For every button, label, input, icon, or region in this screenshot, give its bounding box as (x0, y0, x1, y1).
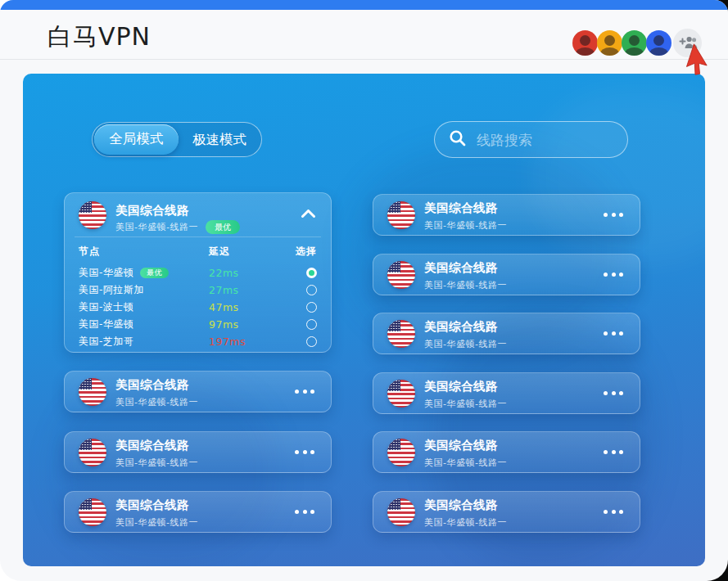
node-table-body: 美国-华盛顿 最优 22ms 美国-阿拉斯加 27ms (65, 260, 331, 350)
more-options-button[interactable] (604, 391, 623, 395)
node-name: 美国-阿拉斯加 (79, 283, 144, 297)
line-card[interactable]: 美国综合线路 美国-华盛顿-线路一 (373, 254, 640, 295)
line-card-expanded: 美国综合线路 美国-华盛顿-线路一 最优 节点 延迟 (64, 192, 332, 353)
vpn-panel: 全局模式 极速模式 美国综合线路 美国-华盛顿-线路一 最优 (23, 74, 705, 566)
card-subtitle: 美国-华盛顿-线路一 (115, 221, 198, 233)
card-subtitle: 美国-华盛顿-线路一 (424, 457, 507, 469)
best-badge: 最优 (206, 220, 240, 234)
card-title: 美国综合线路 (424, 379, 507, 394)
node-name: 美国-华盛顿 (79, 266, 133, 280)
avatar[interactable] (572, 30, 598, 56)
node-row[interactable]: 美国-阿拉斯加 27ms (65, 281, 331, 299)
avatar[interactable] (597, 30, 622, 56)
card-subtitle: 美国-华盛顿-线路一 (424, 219, 507, 232)
best-badge: 最优 (140, 268, 169, 279)
card-subtitle: 美国-华盛顿-线路一 (424, 398, 507, 410)
node-name: 美国-华盛顿 (79, 318, 133, 331)
node-name: 美国-波士顿 (79, 300, 133, 314)
more-options-button[interactable] (295, 390, 314, 394)
line-card[interactable]: 美国综合线路 美国-华盛顿-线路一 (373, 372, 640, 414)
more-options-button[interactable] (604, 450, 623, 454)
card-title: 美国综合线路 (424, 260, 507, 276)
node-radio[interactable] (306, 336, 317, 347)
tab-fast-mode[interactable]: 极速模式 (179, 123, 260, 156)
more-options-button[interactable] (604, 331, 623, 336)
us-flag-icon (387, 261, 415, 289)
col-node: 节点 (79, 245, 209, 259)
window-accent-bar (0, 0, 728, 10)
us-flag-icon (387, 201, 415, 229)
node-radio[interactable] (306, 285, 317, 295)
tab-global-mode[interactable]: 全局模式 (94, 124, 179, 155)
us-flag-icon (79, 439, 106, 466)
avatar-group (573, 29, 702, 57)
us-flag-icon (79, 498, 106, 526)
app-header: 白马VPN (0, 10, 728, 60)
card-subtitle: 美国-华盛顿-线路一 (115, 396, 198, 408)
node-row[interactable]: 美国-华盛顿 最优 22ms (65, 264, 331, 281)
line-card[interactable]: 美国综合线路 美国-华盛顿-线路一 (64, 491, 332, 533)
more-options-button[interactable] (604, 510, 623, 514)
us-flag-icon (387, 380, 415, 408)
line-card[interactable]: 美国综合线路 美国-华盛顿-线路一 (373, 313, 640, 354)
avatar[interactable] (646, 30, 671, 56)
card-title: 美国综合线路 (115, 498, 198, 513)
latency-value: 22ms (209, 267, 281, 279)
line-card[interactable]: 美国综合线路 美国-华盛顿-线路一 (373, 194, 640, 236)
card-subtitle: 美国-华盛顿-线路一 (115, 457, 198, 469)
card-title: 美国综合线路 (424, 200, 507, 216)
mouse-cursor-icon (685, 43, 727, 89)
mode-tabs: 全局模式 极速模式 (92, 122, 262, 157)
latency-value: 27ms (209, 284, 281, 296)
latency-value: 47ms (209, 301, 281, 313)
worldmap-highlight (533, 90, 705, 262)
avatar[interactable] (622, 30, 647, 56)
line-card[interactable]: 美国综合线路 美国-华盛顿-线路一 (64, 371, 332, 412)
more-options-button[interactable] (604, 272, 623, 277)
node-row[interactable]: 美国-波士顿 47ms (65, 299, 331, 316)
card-subtitle: 美国-华盛顿-线路一 (424, 279, 507, 291)
card-title: 美国综合线路 (424, 498, 507, 513)
search-input[interactable] (477, 132, 616, 148)
card-subtitle-row: 美国-华盛顿-线路一 最优 (115, 220, 240, 234)
us-flag-icon (387, 498, 415, 526)
app-window: 白马VPN (0, 0, 728, 581)
card-title: 美国综合线路 (115, 377, 198, 393)
node-row[interactable]: 美国-华盛顿 97ms (65, 316, 331, 333)
col-latency: 延迟 (209, 245, 281, 259)
card-title: 美国综合线路 (115, 438, 198, 453)
more-options-button[interactable] (295, 510, 314, 514)
line-card[interactable]: 美国综合线路 美国-华盛顿-线路一 (373, 491, 640, 533)
card-subtitle: 美国-华盛顿-线路一 (424, 338, 507, 350)
us-flag-icon (79, 201, 106, 229)
col-select: 选择 (296, 245, 317, 259)
node-radio[interactable] (306, 302, 317, 313)
node-radio[interactable] (306, 319, 317, 330)
line-search-box (434, 121, 628, 158)
line-card[interactable]: 美国综合线路 美国-华盛顿-线路一 (64, 431, 332, 473)
us-flag-icon (387, 320, 415, 348)
more-options-button[interactable] (604, 213, 623, 217)
node-name: 美国-芝加哥 (79, 335, 133, 349)
us-flag-icon (79, 378, 106, 406)
card-title: 美国综合线路 (424, 438, 507, 453)
more-options-button[interactable] (295, 450, 314, 454)
latency-value: 97ms (209, 318, 281, 331)
card-title: 美国综合线路 (424, 319, 507, 335)
card-subtitle: 美国-华盛顿-线路一 (115, 516, 198, 529)
card-title: 美国综合线路 (115, 203, 189, 218)
search-icon (449, 129, 467, 151)
collapse-button[interactable] (298, 206, 318, 221)
node-radio[interactable] (306, 268, 317, 278)
us-flag-icon (387, 439, 415, 466)
chevron-up-icon (301, 208, 315, 220)
node-table-header: 节点 延迟 选择 (65, 237, 331, 260)
card-subtitle: 美国-华盛顿-线路一 (424, 516, 507, 529)
app-title: 白马VPN (47, 20, 151, 54)
line-card[interactable]: 美国综合线路 美国-华盛顿-线路一 (373, 431, 640, 473)
node-table: 节点 延迟 选择 美国-华盛顿 最优 22ms (65, 237, 331, 352)
latency-value: 197ms (209, 336, 281, 348)
node-row[interactable]: 美国-芝加哥 197ms (65, 333, 331, 350)
